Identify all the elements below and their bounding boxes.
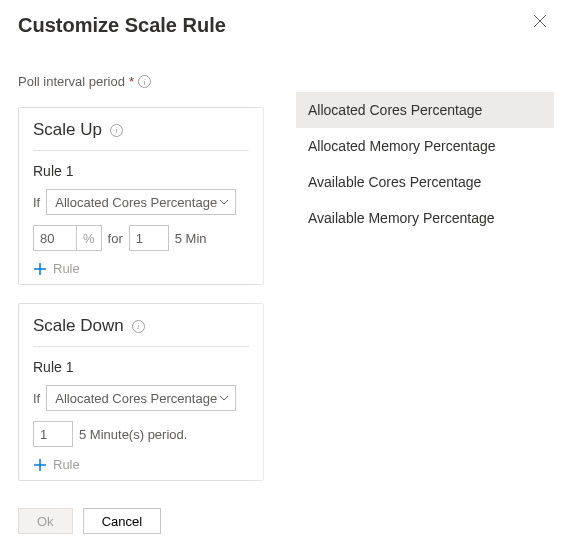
scale-up-section: Scale Up i Rule 1 If Allocated Cores Per… bbox=[18, 107, 264, 285]
scale-up-add-rule-button[interactable]: Rule bbox=[33, 261, 249, 276]
scale-down-duration-input[interactable] bbox=[33, 421, 73, 447]
dialog-title: Customize Scale Rule bbox=[18, 14, 226, 37]
poll-interval-label-row: Poll interval period * i bbox=[18, 74, 264, 89]
scale-up-rule-label: Rule 1 bbox=[33, 163, 249, 179]
close-button[interactable] bbox=[533, 14, 553, 34]
scale-down-metric-value: Allocated Cores Percentage bbox=[55, 391, 217, 406]
scale-up-metric-select[interactable]: Allocated Cores Percentage bbox=[46, 189, 236, 215]
cancel-button[interactable]: Cancel bbox=[83, 508, 161, 534]
dropdown-option[interactable]: Available Memory Percentage bbox=[296, 200, 554, 236]
info-icon[interactable]: i bbox=[110, 124, 123, 137]
scale-up-metric-value: Allocated Cores Percentage bbox=[55, 195, 217, 210]
dialog-footer: Ok Cancel bbox=[18, 508, 161, 534]
scale-up-period-suffix: 5 Min bbox=[175, 231, 207, 246]
poll-interval-label: Poll interval period bbox=[18, 74, 125, 89]
percent-label: % bbox=[77, 225, 102, 251]
chevron-down-icon bbox=[219, 197, 229, 207]
scale-down-section: Scale Down i Rule 1 If Allocated Cores P… bbox=[18, 303, 264, 481]
scale-rule-panel: Poll interval period * i Scale Up i Rule… bbox=[0, 0, 280, 548]
scale-down-add-rule-button[interactable]: Rule bbox=[33, 457, 249, 472]
required-marker: * bbox=[129, 74, 134, 89]
add-rule-label: Rule bbox=[53, 261, 80, 276]
scale-down-title: Scale Down bbox=[33, 316, 124, 336]
scale-down-period-suffix: 5 Minute(s) period. bbox=[79, 427, 187, 442]
if-label: If bbox=[33, 195, 40, 210]
plus-icon bbox=[33, 262, 47, 276]
scale-up-title: Scale Up bbox=[33, 120, 102, 140]
info-icon[interactable]: i bbox=[138, 75, 151, 88]
for-label: for bbox=[108, 231, 123, 246]
close-icon bbox=[533, 14, 547, 28]
dropdown-option[interactable]: Allocated Memory Percentage bbox=[296, 128, 554, 164]
add-rule-label: Rule bbox=[53, 457, 80, 472]
metric-dropdown-list: Allocated Cores Percentage Allocated Mem… bbox=[296, 92, 554, 236]
ok-button[interactable]: Ok bbox=[18, 508, 73, 534]
scale-down-metric-select[interactable]: Allocated Cores Percentage bbox=[46, 385, 236, 411]
scale-up-duration-input[interactable] bbox=[129, 225, 169, 251]
scale-down-rule-label: Rule 1 bbox=[33, 359, 249, 375]
dropdown-option[interactable]: Allocated Cores Percentage bbox=[296, 92, 554, 128]
if-label: If bbox=[33, 391, 40, 406]
scale-up-threshold-input[interactable] bbox=[33, 225, 77, 251]
plus-icon bbox=[33, 458, 47, 472]
chevron-down-icon bbox=[219, 393, 229, 403]
dropdown-option[interactable]: Available Cores Percentage bbox=[296, 164, 554, 200]
info-icon[interactable]: i bbox=[132, 320, 145, 333]
